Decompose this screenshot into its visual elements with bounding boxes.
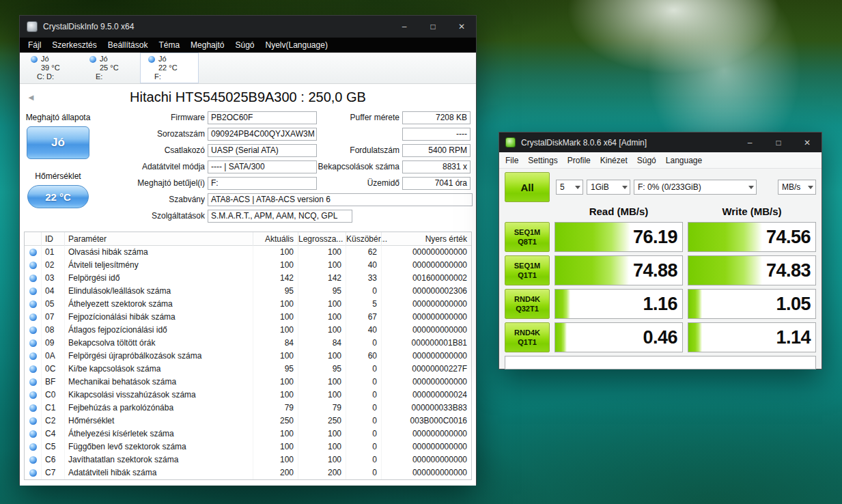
cdi-menu-item[interactable]: Téma	[153, 40, 185, 50]
cdm-menu-item[interactable]: Settings	[523, 156, 562, 165]
field-label: Puffer mérete	[317, 111, 399, 124]
status-dot-icon	[29, 365, 37, 373]
benchmark-row: SEQ1M Q1T1 74.88 74.83	[505, 255, 816, 285]
field-label: Csatlakozó	[92, 144, 205, 157]
smart-header-id[interactable]: ID	[41, 232, 64, 246]
smart-row: C5 Függőben levő szektorok száma 100 100…	[25, 440, 471, 453]
status-dot-icon	[29, 430, 37, 438]
smart-cell-id: 08	[41, 324, 64, 337]
minimize-icon[interactable]: –	[390, 16, 419, 38]
read-column-header: Read (MB/s)	[555, 206, 683, 217]
run-test-button[interactable]: RND4K Q1T1	[505, 322, 550, 352]
smart-cell-id: 03	[41, 272, 64, 285]
smart-cell-raw: 000000033B83	[381, 402, 471, 415]
drive-tab[interactable]: Jó 22 °C F:	[140, 53, 199, 83]
field-label: Meghajtó betűjel(i)	[92, 177, 205, 190]
smart-cell-id: 05	[41, 298, 64, 311]
chevron-down-icon	[748, 186, 754, 189]
cdm-menu-item[interactable]: File	[501, 156, 523, 165]
minimize-icon[interactable]: –	[735, 132, 764, 152]
smart-cell-threshold: 0	[346, 363, 381, 376]
maximize-icon[interactable]: □	[419, 16, 447, 38]
drive-tab[interactable]: Jó 25 °C E:	[81, 53, 140, 83]
field-value: ---- | SATA/300	[208, 160, 317, 173]
smart-cell-parameter: Kikapcsolási visszahúzások száma	[64, 389, 253, 402]
close-icon[interactable]: ✕	[793, 132, 822, 152]
smart-table-body: 01 Olvasási hibák száma 100 100 62 00000…	[25, 246, 471, 479]
read-result-value: 74.88	[633, 260, 677, 281]
smart-row: C7 Adatátviteli hibák száma 200 200 0 00…	[25, 466, 471, 479]
smart-cell-threshold: 0	[346, 466, 381, 479]
smart-cell-id: C4	[41, 428, 64, 440]
maximize-icon[interactable]: □	[764, 132, 793, 152]
cdm-titlebar[interactable]: CrystalDiskMark 8.0.6 x64 [Admin] – □ ✕	[499, 132, 822, 152]
smart-header-parameter[interactable]: Paraméter	[64, 232, 253, 246]
smart-cell-threshold: 0	[346, 389, 381, 402]
smart-cell-worst: 200	[298, 466, 346, 479]
crystaldiskinfo-window: CrystalDiskInfo 9.5.0 x64 – □ ✕ FájlSzer…	[19, 15, 477, 485]
read-result-bar	[555, 290, 570, 318]
smart-header-threshold[interactable]: Küszöbér...	[346, 232, 381, 246]
cdm-menu-item[interactable]: Kinézet	[595, 156, 632, 165]
cdi-menu-item[interactable]: Fájl	[23, 40, 46, 50]
smart-cell-worst: 79	[298, 402, 346, 415]
write-result-box: 74.83	[688, 255, 816, 285]
close-icon[interactable]: ✕	[447, 16, 476, 38]
status-dot-icon	[29, 326, 37, 334]
smart-cell-dot	[25, 428, 41, 440]
drive-tab[interactable]: Jó 39 °C C: D:	[23, 53, 81, 83]
run-all-button[interactable]: All	[505, 172, 550, 202]
read-result-bar	[555, 223, 630, 251]
smart-row: 0A Felpörgési újrapróbálkozások száma 10…	[25, 350, 471, 363]
unit-select[interactable]: MB/s	[778, 180, 816, 195]
smart-cell-raw: 001600000002	[381, 272, 471, 285]
smart-cell-worst: 100	[298, 440, 346, 453]
smart-header-current[interactable]: Aktuális	[253, 232, 298, 246]
smart-row: 03 Felpörgési idő 142 142 33 00160000000…	[25, 272, 471, 285]
smart-row: C6 Javíthatatlan szektorok száma 100 100…	[25, 453, 471, 466]
benchmark-row: RND4K Q1T1 0.46 1.14	[505, 322, 816, 352]
smart-cell-threshold: 60	[346, 350, 381, 363]
read-result-box: 0.46	[555, 322, 683, 352]
smart-cell-parameter: Átlagos fejpozícionálási idő	[64, 324, 253, 337]
run-test-button[interactable]: SEQ1M Q1T1	[505, 255, 550, 285]
cdi-menu-item[interactable]: Meghajtó	[185, 40, 229, 50]
status-dot-icon	[29, 352, 37, 360]
cdi-menu-item[interactable]: Súgó	[229, 40, 259, 50]
smart-cell-threshold: 0	[346, 440, 381, 453]
smart-header-worst[interactable]: Legrossza...	[298, 232, 346, 246]
test-count-value: 5	[560, 182, 565, 192]
temperature-button[interactable]: 22 °C	[27, 185, 89, 208]
target-drive-select[interactable]: F: 0% (0/233GiB)	[634, 180, 757, 195]
drive-tab-letters: F:	[154, 72, 199, 81]
drive-fields-left: Firmware PB2OC60F Sorozatszám 090924PB4C…	[92, 111, 317, 190]
smart-cell-parameter: Felpörgési idő	[64, 272, 253, 285]
drive-tab-temperature: 25 °C	[100, 64, 140, 72]
run-test-button[interactable]: SEQ1M Q8T1	[505, 222, 550, 252]
smart-cell-dot	[25, 272, 41, 285]
field-label: Adatátvitel módja	[92, 160, 205, 173]
field-value: 8831 x	[402, 160, 471, 173]
cdm-menu-item[interactable]: Súgó	[632, 156, 661, 165]
smart-cell-dot	[25, 246, 41, 259]
test-size-select[interactable]: 1GiB	[587, 180, 630, 195]
test-count-select[interactable]: 5	[556, 180, 583, 195]
smart-cell-id: C2	[41, 415, 64, 428]
cdm-menu-item[interactable]: Profile	[563, 156, 595, 165]
run-test-button[interactable]: RND4K Q32T1	[505, 289, 550, 319]
field-label: Szolgáltatások	[92, 210, 205, 223]
cdi-menu-item[interactable]: Nyelv(Language)	[260, 40, 333, 50]
cdi-menu-item[interactable]: Szerkesztés	[46, 40, 102, 50]
smart-cell-threshold: 67	[346, 311, 381, 324]
field-label: Fordulatszám	[317, 144, 399, 157]
chevron-down-icon	[575, 186, 580, 189]
smart-header-raw[interactable]: Nyers érték	[381, 232, 471, 246]
health-status-button[interactable]: Jó	[27, 126, 89, 159]
cdi-menu-item[interactable]: Beállítások	[102, 40, 154, 50]
read-result-value: 76.19	[633, 227, 677, 248]
smart-cell-raw: 000000000000	[381, 311, 471, 324]
read-result-bar	[555, 323, 567, 352]
smart-cell-id: 04	[41, 285, 64, 298]
cdi-titlebar[interactable]: CrystalDiskInfo 9.5.0 x64 – □ ✕	[20, 16, 476, 38]
cdm-menu-item[interactable]: Language	[661, 156, 707, 165]
